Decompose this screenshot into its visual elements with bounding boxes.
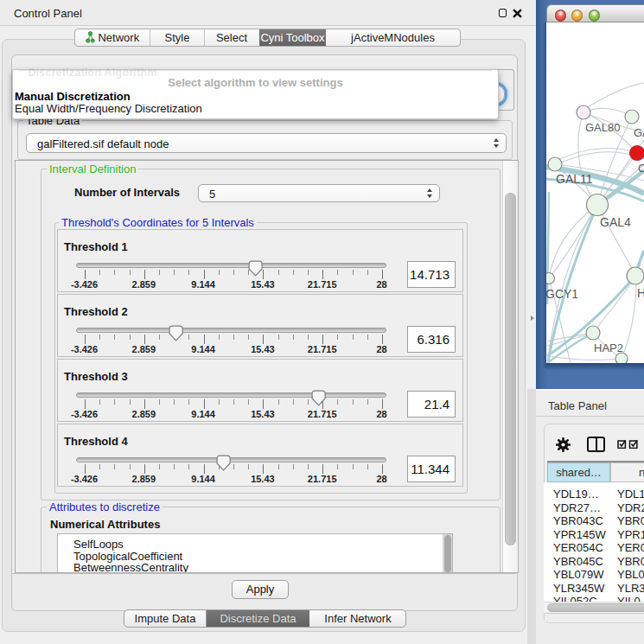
svg-text:HAP2: HAP2 — [594, 341, 623, 354]
svg-text:GAL80: GAL80 — [585, 121, 620, 134]
svg-text:GAL4: GAL4 — [600, 215, 631, 229]
svg-text:GA: GA — [634, 126, 644, 139]
svg-text:CY: CY — [638, 162, 644, 175]
svg-text:HI: HI — [637, 286, 644, 300]
svg-text:GCY1: GCY1 — [546, 287, 578, 301]
svg-text:GAL11: GAL11 — [556, 172, 593, 186]
